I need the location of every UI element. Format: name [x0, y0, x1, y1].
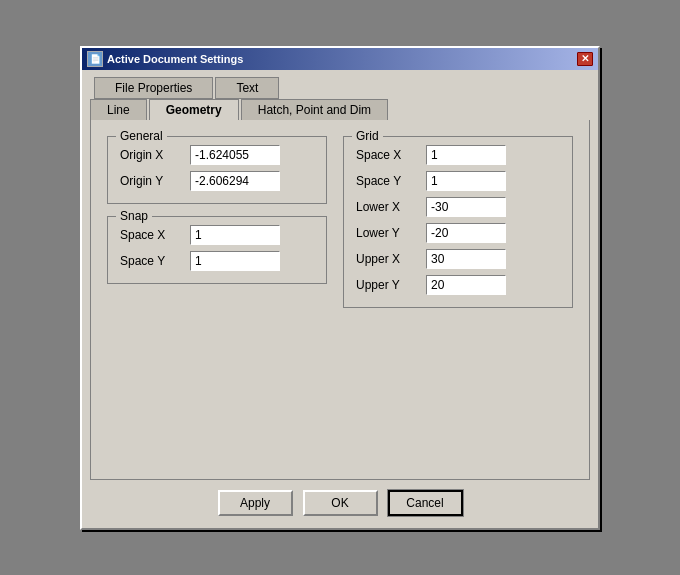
origin-y-row: Origin Y	[120, 171, 314, 191]
tab-line[interactable]: Line	[90, 99, 147, 121]
dialog-window: 📄 Active Document Settings ✕ File Proper…	[80, 46, 600, 530]
grid-lower-x-input[interactable]	[426, 197, 506, 217]
apply-button[interactable]: Apply	[218, 490, 293, 516]
left-column: General Origin X Origin Y Snap	[107, 136, 327, 320]
snap-space-x-input[interactable]	[190, 225, 280, 245]
grid-group: Grid Space X Space Y Lower X	[343, 136, 573, 308]
grid-lower-y-label: Lower Y	[356, 226, 426, 240]
general-group: General Origin X Origin Y	[107, 136, 327, 204]
origin-x-label: Origin X	[120, 148, 190, 162]
grid-upper-x-label: Upper X	[356, 252, 426, 266]
snap-group: Snap Space X Space Y	[107, 216, 327, 284]
window-title: Active Document Settings	[107, 53, 243, 65]
grid-lower-x-label: Lower X	[356, 200, 426, 214]
close-button[interactable]: ✕	[577, 52, 593, 66]
tab-geometry[interactable]: Geometry	[149, 99, 239, 121]
snap-space-y-row: Space Y	[120, 251, 314, 271]
grid-space-x-label: Space X	[356, 148, 426, 162]
grid-upper-y-label: Upper Y	[356, 278, 426, 292]
grid-space-y-row: Space Y	[356, 171, 560, 191]
button-row: Apply OK Cancel	[90, 480, 590, 520]
tabs-row1: File Properties Text	[90, 76, 590, 98]
general-legend: General	[116, 129, 167, 143]
ok-button[interactable]: OK	[303, 490, 378, 516]
grid-upper-y-input[interactable]	[426, 275, 506, 295]
title-bar-left: 📄 Active Document Settings	[87, 51, 243, 67]
main-layout: General Origin X Origin Y Snap	[107, 136, 573, 320]
window-icon: 📄	[87, 51, 103, 67]
tab-text[interactable]: Text	[215, 77, 279, 99]
tab-file-properties[interactable]: File Properties	[94, 77, 213, 99]
content-panel: General Origin X Origin Y Snap	[90, 120, 590, 480]
grid-upper-x-row: Upper X	[356, 249, 560, 269]
grid-space-x-input[interactable]	[426, 145, 506, 165]
grid-upper-y-row: Upper Y	[356, 275, 560, 295]
grid-upper-x-input[interactable]	[426, 249, 506, 269]
origin-x-row: Origin X	[120, 145, 314, 165]
snap-legend: Snap	[116, 209, 152, 223]
grid-lower-y-row: Lower Y	[356, 223, 560, 243]
snap-space-y-label: Space Y	[120, 254, 190, 268]
snap-space-x-label: Space X	[120, 228, 190, 242]
origin-y-input[interactable]	[190, 171, 280, 191]
grid-lower-y-input[interactable]	[426, 223, 506, 243]
grid-space-x-row: Space X	[356, 145, 560, 165]
snap-space-y-input[interactable]	[190, 251, 280, 271]
snap-space-x-row: Space X	[120, 225, 314, 245]
grid-lower-x-row: Lower X	[356, 197, 560, 217]
origin-x-input[interactable]	[190, 145, 280, 165]
grid-space-y-label: Space Y	[356, 174, 426, 188]
cancel-button[interactable]: Cancel	[388, 490, 463, 516]
dialog-body: File Properties Text Line Geometry Hatch…	[82, 70, 598, 528]
tab-hatch-point-dim[interactable]: Hatch, Point and Dim	[241, 99, 388, 121]
origin-y-label: Origin Y	[120, 174, 190, 188]
right-column: Grid Space X Space Y Lower X	[343, 136, 573, 320]
tab-row2-spacer	[390, 99, 590, 121]
grid-legend: Grid	[352, 129, 383, 143]
grid-space-y-input[interactable]	[426, 171, 506, 191]
tabs-row2: Line Geometry Hatch, Point and Dim	[90, 98, 590, 120]
title-bar: 📄 Active Document Settings ✕	[82, 48, 598, 70]
